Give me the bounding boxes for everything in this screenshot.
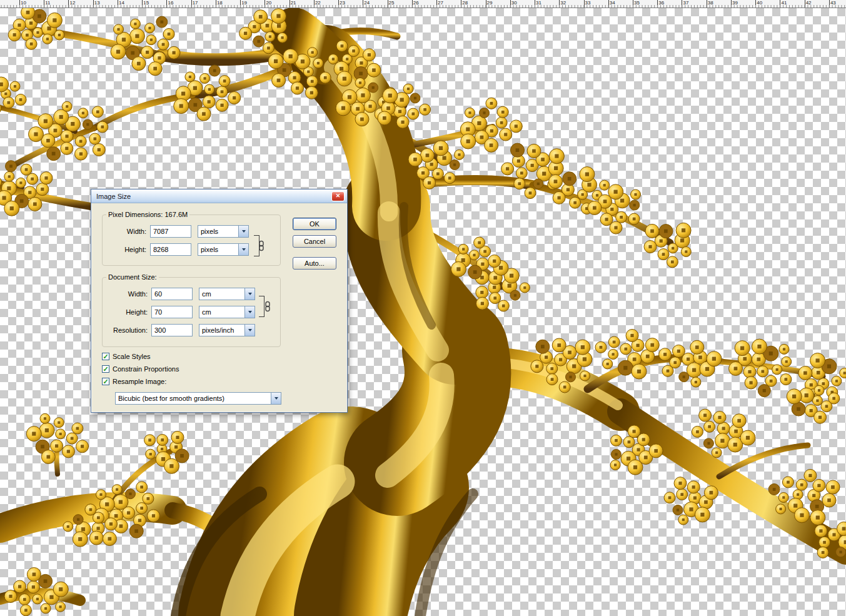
ok-button[interactable]: OK	[293, 218, 336, 230]
pixel-width-label: Width:	[109, 228, 146, 235]
dialog-titlebar[interactable]: Image Size ✕	[91, 189, 347, 203]
checkbox-label: Resample Image:	[113, 378, 166, 385]
ruler-tick	[707, 0, 707, 8]
ruler-number: 34	[610, 0, 615, 6]
ruler-tick	[68, 0, 69, 8]
ruler-number: 36	[658, 0, 664, 6]
ruler-tick	[780, 0, 780, 8]
ruler-number: 13	[94, 0, 100, 6]
link-icon	[258, 240, 265, 251]
doc-height-unit-select[interactable]: cm	[199, 306, 255, 318]
resolution-input[interactable]	[151, 324, 193, 336]
pixel-width-unit-select[interactable]: pixels	[198, 225, 249, 238]
dialog-title: Image Size	[96, 193, 331, 200]
ruler-tick	[44, 0, 44, 8]
ruler-number: 30	[511, 0, 517, 6]
ruler-number: 27	[438, 0, 443, 6]
ruler-tick	[731, 0, 732, 8]
ruler-tick	[264, 0, 265, 8]
doc-height-label: Height:	[109, 308, 148, 316]
ruler-tick	[559, 0, 560, 8]
ruler-number: 17	[193, 0, 198, 6]
ruler-tick	[584, 0, 585, 8]
cancel-button[interactable]: Cancel	[293, 235, 336, 248]
ruler-number: 25	[389, 0, 395, 6]
ruler-tick	[486, 0, 486, 8]
ruler-number: 26	[413, 0, 419, 6]
ruler-tick	[314, 0, 315, 8]
chevron-down-icon	[271, 393, 281, 404]
constrain-proportions-checkbox[interactable]: ✓ Constrain Proportions	[102, 365, 179, 373]
ruler-tick	[461, 0, 461, 8]
ruler-tick	[290, 0, 290, 8]
ruler-number: 38	[708, 0, 713, 6]
ruler-tick	[535, 0, 535, 8]
doc-height-row: Height: cm	[109, 306, 280, 318]
ruler-tick	[608, 0, 609, 8]
resample-method-select[interactable]: Bicubic (best for smooth gradients)	[115, 392, 281, 405]
scale-styles-checkbox[interactable]: ✓ Scale Styles	[102, 353, 151, 360]
ruler-tick	[93, 0, 94, 8]
resolution-unit-select[interactable]: pixels/inch	[199, 324, 255, 336]
ruler-tick	[388, 0, 388, 8]
ruler-number: 20	[266, 0, 271, 6]
ruler-number: 12	[69, 0, 75, 6]
ruler-number: 42	[806, 0, 812, 6]
ruler-number: 22	[315, 0, 321, 6]
ruler-number: 15	[143, 0, 149, 6]
pixel-height-input[interactable]	[150, 243, 191, 256]
ruler-number: 23	[340, 0, 345, 6]
ruler-tick	[19, 0, 20, 8]
ruler-tick	[805, 0, 805, 8]
ruler-number: 37	[683, 0, 688, 6]
ruler-tick	[240, 0, 241, 8]
doc-width-input[interactable]	[151, 288, 193, 300]
doc-width-row: Width: cm	[109, 288, 280, 300]
checkbox-label: Constrain Proportions	[113, 365, 179, 373]
resolution-row: Resolution: pixels/inch	[109, 324, 280, 336]
ruler-number: 33	[585, 0, 591, 6]
ruler-tick	[682, 0, 682, 8]
ruler-number: 32	[560, 0, 566, 6]
ruler-number: 18	[217, 0, 223, 6]
document-size-group: Document Size: Width: cm Height: cm Reso…	[102, 273, 281, 347]
close-button[interactable]: ✕	[331, 191, 345, 201]
pixel-width-input[interactable]	[150, 225, 191, 238]
horizontal-ruler[interactable]: 1011121314151617181920212223242526272829…	[0, 0, 846, 8]
doc-width-label: Width:	[109, 290, 148, 298]
chevron-down-icon	[238, 226, 248, 237]
ruler-number: 43	[830, 0, 836, 6]
ruler-tick	[338, 0, 339, 8]
ruler-tick	[829, 0, 830, 8]
ruler-number: 16	[168, 0, 173, 6]
ruler-tick	[216, 0, 216, 8]
doc-height-input[interactable]	[151, 306, 193, 318]
chevron-down-icon	[244, 306, 254, 318]
chevron-down-icon	[244, 325, 254, 336]
ruler-number: 19	[241, 0, 247, 6]
ruler-tick	[166, 0, 167, 8]
chevron-down-icon	[244, 288, 254, 300]
ruler-number: 41	[781, 0, 787, 6]
doc-width-unit-select[interactable]: cm	[199, 288, 255, 300]
link-icon	[264, 301, 271, 312]
resample-image-checkbox[interactable]: ✓ Resample Image:	[102, 378, 166, 385]
checkbox-check-icon[interactable]: ✓	[102, 378, 109, 385]
pixel-dimensions-value: 167.6M	[164, 211, 188, 218]
pixel-height-label: Height:	[109, 246, 146, 253]
ruler-tick	[118, 0, 118, 8]
auto-button[interactable]: Auto...	[293, 257, 336, 270]
ruler-number: 40	[757, 0, 762, 6]
ruler-number: 11	[45, 0, 50, 6]
checkbox-label: Scale Styles	[113, 353, 151, 360]
ruler-tick	[412, 0, 413, 8]
pixel-height-unit-select[interactable]: pixels	[198, 243, 249, 256]
checkbox-check-icon[interactable]: ✓	[102, 365, 109, 373]
application-window: { "ruler": { "numbers": ["10","11","12",…	[0, 0, 846, 616]
checkbox-check-icon[interactable]: ✓	[102, 353, 109, 360]
ruler-number: 39	[732, 0, 738, 6]
ruler-tick	[755, 0, 756, 8]
ruler-tick	[436, 0, 437, 8]
resolution-label: Resolution:	[109, 326, 148, 334]
image-size-dialog: Image Size ✕ Pixel Dimensions: 167.6M Wi…	[91, 189, 348, 413]
